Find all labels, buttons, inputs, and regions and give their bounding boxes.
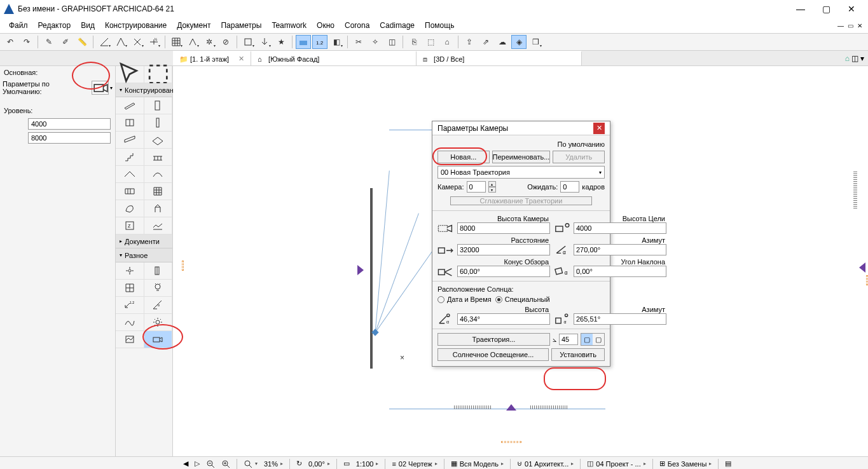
construct-header[interactable]: ▾Конструирование xyxy=(116,83,172,97)
spline-tool[interactable] xyxy=(116,314,144,331)
trajectory-select[interactable]: 00 Новая Траектория▾ xyxy=(437,166,605,179)
image-button[interactable]: ⬚ xyxy=(423,35,438,49)
tab-close-icon[interactable]: ✕ xyxy=(238,55,244,63)
menu-help[interactable]: Помощь xyxy=(420,21,459,30)
menu-document[interactable]: Документ xyxy=(172,21,216,30)
show-beams-button[interactable]: 1.2 xyxy=(312,35,327,49)
figure-tool[interactable] xyxy=(116,331,144,348)
sun-azimuth-input[interactable] xyxy=(574,313,666,325)
tilt-input[interactable] xyxy=(574,266,666,277)
sun-height-input[interactable] xyxy=(457,313,550,325)
lamp-tool[interactable] xyxy=(144,280,173,297)
nav-fwd-button[interactable]: ▷ xyxy=(195,459,200,468)
default-params-button[interactable] xyxy=(92,81,109,95)
angle-guide-button[interactable]: ▾ xyxy=(97,35,112,49)
trace-button[interactable]: ◧▾ xyxy=(329,35,344,49)
suspend-button[interactable]: ⊘ xyxy=(218,35,233,49)
undo-button[interactable]: ↶ xyxy=(3,35,18,49)
dimension-tool[interactable]: 1.2 xyxy=(116,297,144,314)
wall-tool[interactable] xyxy=(116,97,144,114)
dialog-close-button[interactable]: ✕ xyxy=(593,123,605,134)
cone-input[interactable] xyxy=(457,266,550,277)
ruler-button[interactable]: 📏 xyxy=(74,35,90,49)
pick-button[interactable]: ✎ xyxy=(41,35,57,49)
half-snap-button[interactable]: ½▾ xyxy=(146,35,162,49)
favorite-button[interactable]: ★ xyxy=(273,35,289,49)
nav-back-button[interactable]: ◀ xyxy=(183,459,188,468)
share-button[interactable]: ⇗ xyxy=(478,35,493,49)
crop-button[interactable]: ✂ xyxy=(351,35,366,49)
special-radio[interactable]: Специальный xyxy=(495,296,550,303)
close-button[interactable]: ✕ xyxy=(839,0,864,18)
grid-snap-button[interactable]: ▾ xyxy=(240,35,256,49)
mesh-tool[interactable] xyxy=(144,217,173,234)
door-tool[interactable] xyxy=(144,97,173,114)
delete-button[interactable]: Удалить xyxy=(553,151,605,163)
menu-construct[interactable]: Конструирование xyxy=(100,21,172,30)
cube-button[interactable]: ❒▾ xyxy=(528,35,543,49)
morph-tool[interactable] xyxy=(116,200,144,217)
shell-tool[interactable] xyxy=(144,166,173,183)
zoom-fit-button[interactable]: ▾ xyxy=(244,459,258,468)
pen-set[interactable]: ⊍ 01 Архитект...▸ xyxy=(517,459,574,468)
section-tool[interactable] xyxy=(144,262,173,280)
renovation[interactable]: ⊞ Без Замены▸ xyxy=(659,459,712,468)
ortho-icon[interactable]: ◫ xyxy=(851,54,858,63)
display-mode-1[interactable]: ▢ xyxy=(581,334,593,345)
new-button[interactable]: Новая... xyxy=(437,151,490,163)
angle-input[interactable] xyxy=(559,334,578,345)
menu-file[interactable]: Файл xyxy=(4,21,33,30)
minimize-button[interactable]: — xyxy=(788,0,813,18)
mini-minimize-icon[interactable]: — xyxy=(836,22,846,29)
level-input-1[interactable] xyxy=(28,118,111,130)
cam-height-input[interactable] xyxy=(457,222,550,234)
apply-button[interactable]: Установить xyxy=(551,348,605,361)
hotspot-tool[interactable] xyxy=(116,262,144,280)
tab-floor-plan[interactable]: 📁 [1. 1-й этаж] ✕ xyxy=(173,51,251,65)
display-mode-2[interactable]: ▢ xyxy=(593,334,604,345)
rename-button[interactable]: Переименовать... xyxy=(492,151,551,163)
sunlight-button[interactable]: Солнечное Освещение... xyxy=(437,348,549,361)
trajectory-button[interactable]: Траектория... xyxy=(437,333,550,346)
rotate-button[interactable]: ↻ xyxy=(296,459,302,468)
redo-button[interactable]: ↷ xyxy=(19,35,34,49)
angle-dim-tool[interactable]: α xyxy=(144,297,173,314)
curtainwall-tool[interactable] xyxy=(144,183,173,200)
persp-icon[interactable]: ▾ xyxy=(860,54,864,63)
layer-combo[interactable]: ≡ 02 Чертеж▸ xyxy=(392,460,437,468)
model-view[interactable]: ▦ Вся Модель▸ xyxy=(451,459,504,468)
stair-tool[interactable] xyxy=(116,149,144,166)
group-button[interactable]: ◫ xyxy=(384,35,399,49)
target-height-input[interactable] xyxy=(574,222,666,234)
menu-cadimage[interactable]: Cadimage xyxy=(375,21,420,30)
camera-tool[interactable] xyxy=(144,331,173,348)
misc-header[interactable]: ▾Разное xyxy=(116,248,172,262)
cloud-button[interactable]: ☁ xyxy=(495,35,510,49)
datetime-radio[interactable]: Дата и Время xyxy=(437,296,492,303)
documents-header[interactable]: ▸Документи xyxy=(116,234,172,248)
arrow-tool[interactable] xyxy=(116,66,144,83)
dropdown-arrow-icon[interactable]: ▾ xyxy=(110,85,113,91)
railing-tool[interactable] xyxy=(144,149,173,166)
scale-icon[interactable]: ▭ xyxy=(343,459,350,468)
menu-corona[interactable]: Corona xyxy=(340,21,375,30)
wait-input[interactable] xyxy=(560,181,579,193)
grid-button[interactable]: ▾ xyxy=(169,35,184,49)
menu-parameters[interactable]: Параметры xyxy=(216,21,266,30)
zoom-in-button[interactable] xyxy=(221,459,230,468)
level-input-2[interactable] xyxy=(28,132,111,144)
guide-line-button[interactable]: ✲▾ xyxy=(202,35,217,49)
graphic-override[interactable]: ◫ 04 Проект - ...▸ xyxy=(587,459,645,468)
menu-window[interactable]: Окно xyxy=(312,21,340,30)
bim-button[interactable]: ◈ xyxy=(511,35,527,49)
menu-teamwork[interactable]: Teamwork xyxy=(266,21,312,30)
tab-elevation[interactable]: ⌂ [Южный Фасад] xyxy=(251,51,417,65)
slab-tool[interactable] xyxy=(144,132,173,149)
mini-restore-icon[interactable]: ▭ xyxy=(846,22,855,29)
sun-tool[interactable] xyxy=(144,314,173,331)
zoom-out-button[interactable] xyxy=(206,459,215,468)
house-icon-small[interactable]: ⌂ xyxy=(845,54,850,63)
marquee-tool[interactable] xyxy=(144,66,173,83)
window-tool[interactable] xyxy=(116,114,144,132)
snap-guide-button[interactable]: ▾ xyxy=(113,35,128,49)
